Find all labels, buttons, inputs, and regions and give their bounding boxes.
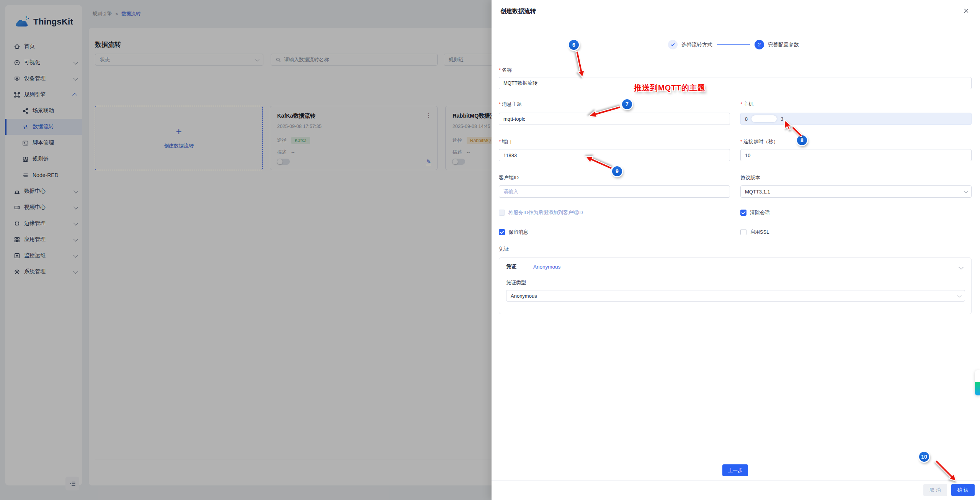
clean-session-checkbox[interactable]: 清除会话 [740, 209, 770, 216]
step2-number-circle: 2 [755, 40, 764, 49]
service-id-suffix-checkbox[interactable]: 将服务ID作为后缀添加到客户端ID [499, 209, 583, 216]
annotation-badge-10: 10 [919, 452, 929, 462]
credentials-type-select[interactable]: Anonymous [506, 290, 965, 302]
drawer-footer [492, 480, 980, 500]
client-id-placeholder: 请输入 [503, 188, 518, 195]
name-input[interactable]: MQTT数据流转 [499, 77, 972, 89]
previous-step-button[interactable]: 上一步 [722, 464, 748, 476]
stepper-connector [717, 44, 750, 45]
checkbox-label: 保留消息 [508, 229, 528, 236]
port-label: 端口 [499, 138, 512, 145]
credentials-panel: 凭证 Anonymous 凭证类型 Anonymous [499, 257, 972, 314]
confirm-button[interactable]: 确 认 [951, 484, 975, 496]
credentials-section-label: 凭证 [499, 246, 509, 252]
create-data-flow-drawer: 创建数据流转 选择流转方式 2 完善配置参数 名称 MQTT数据流转 消息主题 … [492, 0, 980, 500]
topic-label: 消息主题 [499, 101, 522, 108]
annotation-badge-7: 7 [622, 99, 632, 109]
checkbox-unchecked-icon [499, 210, 505, 216]
checkbox-checked-icon [740, 210, 746, 216]
annotation-badge-9: 9 [612, 166, 622, 176]
topic-value: mqtt-topic [503, 116, 525, 122]
annotation-badge-6: 6 [569, 40, 579, 50]
topic-input[interactable]: mqtt-topic [499, 113, 730, 125]
stepper: 选择流转方式 2 完善配置参数 [492, 40, 980, 49]
port-input[interactable]: 11883 [499, 149, 730, 161]
annotation-arrow-6 [573, 50, 586, 79]
drawer-header: 创建数据流转 [492, 0, 980, 22]
host-input[interactable]: 8 3 [740, 113, 972, 125]
host-value-prefix: 8 [745, 116, 748, 122]
edge-widget-gradient [975, 382, 980, 395]
protocol-value: MQTT3.1.1 [745, 189, 770, 195]
name-label: 名称 [499, 67, 512, 74]
step1-label: 选择流转方式 [681, 41, 712, 48]
protocol-select[interactable]: MQTT3.1.1 [740, 185, 972, 198]
credentials-type-value: Anonymous [511, 293, 537, 299]
drawer-title: 创建数据流转 [500, 7, 536, 15]
credentials-value: Anonymous [533, 264, 560, 270]
protocol-label: 协议版本 [740, 174, 760, 181]
checkbox-label: 清除会话 [750, 209, 770, 216]
credentials-collapse-header[interactable]: 凭证 Anonymous [506, 263, 560, 270]
close-icon[interactable] [963, 8, 969, 14]
enable-ssl-checkbox[interactable]: 启用SSL [740, 229, 769, 236]
step1-done-circle [668, 40, 678, 49]
app-root: ThingsKit 首页 可视化 设备管理 规则引擎 场景联动 数据流转 脚本管… [0, 0, 980, 500]
checkbox-unchecked-icon [740, 229, 746, 235]
timeout-value: 10 [745, 152, 750, 158]
timeout-input[interactable]: 10 [740, 149, 972, 161]
cancel-button[interactable]: 取 消 [923, 484, 947, 496]
step2-label: 完善配置参数 [768, 41, 799, 48]
modal-overlay[interactable] [0, 0, 492, 500]
credentials-label: 凭证 [506, 263, 516, 270]
retain-message-checkbox[interactable]: 保留消息 [499, 229, 528, 236]
checkbox-checked-icon [499, 229, 505, 235]
chevron-down-icon [957, 293, 962, 297]
name-value: MQTT数据流转 [503, 80, 537, 87]
redaction-box [751, 115, 777, 122]
timeout-label: 连接超时（秒） [740, 138, 778, 145]
credentials-type-label: 凭证类型 [506, 279, 526, 286]
checkbox-label: 将服务ID作为后缀添加到客户端ID [508, 209, 583, 216]
mouse-cursor-annotation [783, 120, 793, 131]
checkbox-label: 启用SSL [750, 229, 769, 236]
client-id-input[interactable]: 请输入 [499, 185, 730, 198]
chevron-down-icon [964, 189, 968, 193]
check-icon [670, 42, 675, 47]
edge-floating-widget[interactable] [975, 370, 980, 395]
annotation-note: 推送到MQTT的主题 [634, 83, 706, 93]
chevron-down-icon[interactable] [959, 265, 964, 270]
host-label: 主机 [740, 101, 753, 108]
port-value: 11883 [503, 152, 517, 158]
client-id-label: 客户端ID [499, 174, 519, 181]
